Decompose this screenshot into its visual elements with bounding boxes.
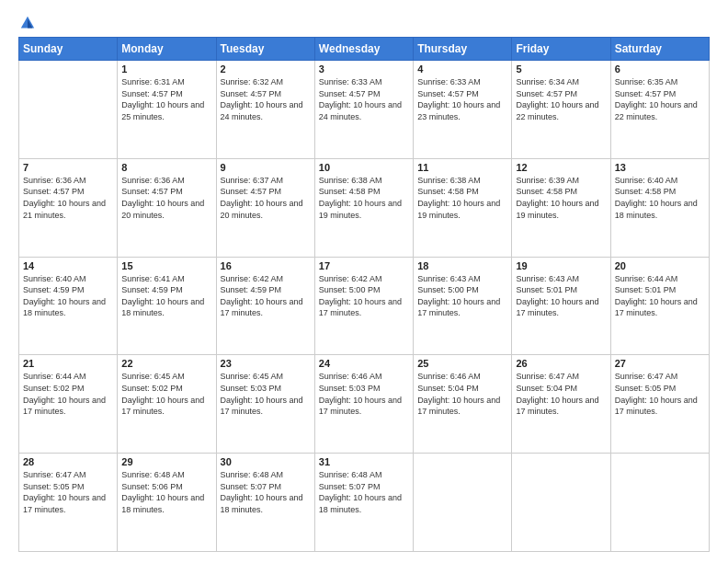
day-info: Sunrise: 6:33 AM Sunset: 4:57 PM Dayligh… [319, 76, 409, 122]
day-number: 28 [23, 456, 113, 467]
calendar-cell: 29Sunrise: 6:48 AM Sunset: 5:06 PM Dayli… [118, 454, 216, 552]
calendar-cell: 5Sunrise: 6:34 AM Sunset: 4:57 PM Daylig… [512, 61, 610, 159]
calendar-cell: 18Sunrise: 6:43 AM Sunset: 5:00 PM Dayli… [414, 257, 512, 355]
day-info: Sunrise: 6:47 AM Sunset: 5:05 PM Dayligh… [615, 371, 705, 417]
calendar-cell: 23Sunrise: 6:45 AM Sunset: 5:03 PM Dayli… [216, 355, 314, 454]
calendar-cell: 16Sunrise: 6:42 AM Sunset: 4:59 PM Dayli… [216, 257, 314, 355]
day-info: Sunrise: 6:48 AM Sunset: 5:07 PM Dayligh… [319, 469, 409, 515]
calendar-cell: 25Sunrise: 6:46 AM Sunset: 5:04 PM Dayli… [414, 355, 512, 454]
day-number: 21 [23, 358, 113, 369]
calendar-cell [19, 61, 118, 159]
day-info: Sunrise: 6:41 AM Sunset: 4:59 PM Dayligh… [121, 273, 211, 319]
calendar-week-4: 28Sunrise: 6:47 AM Sunset: 5:05 PM Dayli… [19, 454, 710, 552]
day-number: 12 [516, 162, 606, 173]
day-number: 19 [516, 260, 606, 271]
calendar-cell [512, 454, 610, 552]
day-info: Sunrise: 6:38 AM Sunset: 4:58 PM Dayligh… [319, 175, 409, 221]
calendar-cell: 31Sunrise: 6:48 AM Sunset: 5:07 PM Dayli… [314, 454, 413, 552]
calendar-cell: 24Sunrise: 6:46 AM Sunset: 5:03 PM Dayli… [314, 355, 413, 454]
calendar-cell: 2Sunrise: 6:32 AM Sunset: 4:57 PM Daylig… [216, 61, 314, 159]
day-number: 25 [417, 358, 507, 369]
day-info: Sunrise: 6:35 AM Sunset: 4:57 PM Dayligh… [615, 76, 705, 122]
day-number: 3 [319, 63, 409, 75]
calendar-cell: 8Sunrise: 6:36 AM Sunset: 4:57 PM Daylig… [118, 158, 216, 257]
calendar-cell: 3Sunrise: 6:33 AM Sunset: 4:57 PM Daylig… [314, 61, 413, 159]
calendar-cell: 1Sunrise: 6:31 AM Sunset: 4:57 PM Daylig… [118, 61, 216, 159]
calendar-cell: 10Sunrise: 6:38 AM Sunset: 4:58 PM Dayli… [314, 158, 413, 257]
day-number: 18 [417, 260, 507, 271]
calendar-cell: 30Sunrise: 6:48 AM Sunset: 5:07 PM Dayli… [216, 454, 314, 552]
calendar-cell: 27Sunrise: 6:47 AM Sunset: 5:05 PM Dayli… [610, 355, 709, 454]
day-info: Sunrise: 6:32 AM Sunset: 4:57 PM Dayligh… [221, 76, 311, 122]
calendar-header-friday: Friday [512, 38, 610, 61]
day-info: Sunrise: 6:33 AM Sunset: 4:57 PM Dayligh… [417, 76, 507, 122]
day-info: Sunrise: 6:39 AM Sunset: 4:58 PM Dayligh… [516, 175, 606, 221]
calendar-week-0: 1Sunrise: 6:31 AM Sunset: 4:57 PM Daylig… [19, 61, 710, 159]
day-info: Sunrise: 6:31 AM Sunset: 4:57 PM Dayligh… [121, 76, 211, 122]
day-info: Sunrise: 6:47 AM Sunset: 5:04 PM Dayligh… [516, 371, 606, 417]
logo-icon [19, 15, 36, 31]
day-number: 27 [615, 358, 705, 369]
calendar-week-2: 14Sunrise: 6:40 AM Sunset: 4:59 PM Dayli… [19, 257, 710, 355]
calendar-cell: 14Sunrise: 6:40 AM Sunset: 4:59 PM Dayli… [19, 257, 118, 355]
calendar-cell: 21Sunrise: 6:44 AM Sunset: 5:02 PM Dayli… [19, 355, 118, 454]
day-info: Sunrise: 6:34 AM Sunset: 4:57 PM Dayligh… [516, 76, 606, 122]
calendar-header-thursday: Thursday [414, 38, 512, 61]
calendar-cell: 28Sunrise: 6:47 AM Sunset: 5:05 PM Dayli… [19, 454, 118, 552]
calendar-cell [414, 454, 512, 552]
calendar-cell [610, 454, 709, 552]
page: SundayMondayTuesdayWednesdayThursdayFrid… [0, 0, 728, 563]
calendar-cell: 13Sunrise: 6:40 AM Sunset: 4:58 PM Dayli… [610, 158, 709, 257]
calendar-header-sunday: Sunday [19, 38, 118, 61]
day-number: 29 [121, 456, 211, 467]
day-info: Sunrise: 6:37 AM Sunset: 4:57 PM Dayligh… [221, 175, 311, 221]
day-info: Sunrise: 6:43 AM Sunset: 5:01 PM Dayligh… [516, 273, 606, 319]
day-number: 10 [319, 162, 409, 173]
calendar-cell: 11Sunrise: 6:38 AM Sunset: 4:58 PM Dayli… [414, 158, 512, 257]
day-number: 30 [221, 456, 311, 467]
calendar-cell: 17Sunrise: 6:42 AM Sunset: 5:00 PM Dayli… [314, 257, 413, 355]
day-number: 31 [319, 456, 409, 467]
day-info: Sunrise: 6:46 AM Sunset: 5:03 PM Dayligh… [319, 371, 409, 417]
calendar-cell: 22Sunrise: 6:45 AM Sunset: 5:02 PM Dayli… [118, 355, 216, 454]
calendar-cell: 6Sunrise: 6:35 AM Sunset: 4:57 PM Daylig… [610, 61, 709, 159]
day-number: 16 [221, 260, 311, 271]
logo [18, 15, 36, 31]
day-info: Sunrise: 6:40 AM Sunset: 4:58 PM Dayligh… [615, 175, 705, 221]
calendar-header-wednesday: Wednesday [314, 38, 413, 61]
day-info: Sunrise: 6:38 AM Sunset: 4:58 PM Dayligh… [417, 175, 507, 221]
day-number: 4 [417, 63, 507, 75]
calendar-cell: 19Sunrise: 6:43 AM Sunset: 5:01 PM Dayli… [512, 257, 610, 355]
day-number: 11 [417, 162, 507, 173]
day-number: 17 [319, 260, 409, 271]
calendar-cell: 7Sunrise: 6:36 AM Sunset: 4:57 PM Daylig… [19, 158, 118, 257]
calendar-header-row: SundayMondayTuesdayWednesdayThursdayFrid… [19, 38, 710, 61]
calendar-cell: 4Sunrise: 6:33 AM Sunset: 4:57 PM Daylig… [414, 61, 512, 159]
calendar-cell: 12Sunrise: 6:39 AM Sunset: 4:58 PM Dayli… [512, 158, 610, 257]
day-number: 9 [221, 162, 311, 173]
day-info: Sunrise: 6:44 AM Sunset: 5:01 PM Dayligh… [615, 273, 705, 319]
day-info: Sunrise: 6:47 AM Sunset: 5:05 PM Dayligh… [23, 469, 113, 515]
day-number: 23 [221, 358, 311, 369]
calendar-header-tuesday: Tuesday [216, 38, 314, 61]
day-info: Sunrise: 6:43 AM Sunset: 5:00 PM Dayligh… [417, 273, 507, 319]
calendar-week-1: 7Sunrise: 6:36 AM Sunset: 4:57 PM Daylig… [19, 158, 710, 257]
day-number: 8 [121, 162, 211, 173]
day-info: Sunrise: 6:46 AM Sunset: 5:04 PM Dayligh… [417, 371, 507, 417]
day-number: 13 [615, 162, 705, 173]
day-number: 5 [516, 63, 606, 75]
day-number: 1 [121, 63, 211, 75]
day-info: Sunrise: 6:48 AM Sunset: 5:06 PM Dayligh… [121, 469, 211, 515]
day-info: Sunrise: 6:48 AM Sunset: 5:07 PM Dayligh… [221, 469, 311, 515]
calendar-week-3: 21Sunrise: 6:44 AM Sunset: 5:02 PM Dayli… [19, 355, 710, 454]
day-info: Sunrise: 6:44 AM Sunset: 5:02 PM Dayligh… [23, 371, 113, 417]
day-number: 2 [221, 63, 311, 75]
day-info: Sunrise: 6:36 AM Sunset: 4:57 PM Dayligh… [121, 175, 211, 221]
day-info: Sunrise: 6:45 AM Sunset: 5:03 PM Dayligh… [221, 371, 311, 417]
day-number: 24 [319, 358, 409, 369]
day-info: Sunrise: 6:42 AM Sunset: 5:00 PM Dayligh… [319, 273, 409, 319]
day-info: Sunrise: 6:42 AM Sunset: 4:59 PM Dayligh… [221, 273, 311, 319]
day-number: 14 [23, 260, 113, 271]
day-number: 20 [615, 260, 705, 271]
day-number: 22 [121, 358, 211, 369]
